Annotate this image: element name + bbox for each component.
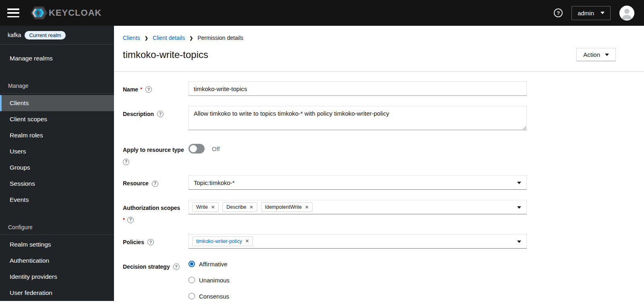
user-menu-dropdown[interactable]: admin [572, 6, 611, 20]
radio-button-icon [188, 277, 195, 283]
breadcrumb-client-details[interactable]: Client details [153, 35, 185, 41]
sidebar-item-clients[interactable]: Clients [0, 95, 114, 111]
sidebar-item-manage-realms[interactable]: Manage realms [0, 50, 114, 66]
close-icon[interactable] [211, 205, 215, 210]
current-realm-badge: Current realm [25, 31, 65, 39]
breadcrumb-clients[interactable]: Clients [123, 35, 140, 41]
chevron-down-icon [517, 206, 521, 209]
name-input[interactable] [188, 81, 527, 96]
breadcrumb: Clients Client details Permission detail… [123, 35, 616, 41]
chevron-down-icon [517, 241, 521, 243]
chevron-right-icon [189, 35, 193, 41]
sidebar-item-realm-roles[interactable]: Realm roles [0, 127, 114, 143]
question-circle-icon[interactable] [147, 239, 154, 245]
description-label: Description [123, 106, 188, 118]
sidebar-item-authentication[interactable]: Authentication [0, 253, 114, 269]
permission-form: Name Description Allow timkoko to write … [114, 72, 644, 300]
apply-to-resource-type-toggle[interactable] [188, 144, 205, 154]
help-icon[interactable] [554, 8, 563, 17]
radio-button-icon [188, 293, 195, 299]
sidebar-item-realm-settings[interactable]: Realm settings [0, 236, 114, 253]
question-circle-icon[interactable] [157, 111, 164, 117]
sidebar-section-configure: Configure Realm settings Authentication … [0, 221, 114, 301]
sidebar-item-groups[interactable]: Groups [0, 160, 114, 176]
toggle-knob [190, 145, 197, 152]
sidebar-nav: kafka Current realm Manage realms Manage… [0, 26, 114, 301]
decision-strategy-radios: Affirmative Unanimous Consensus [188, 259, 527, 300]
resource-selected-value: Topic:timkoko-* [192, 179, 235, 186]
name-label: Name [123, 81, 188, 93]
question-circle-icon[interactable] [123, 159, 129, 165]
question-circle-icon[interactable] [127, 217, 134, 223]
toggle-state-label: Off [212, 145, 220, 152]
policy-chip: timkoko-writer-policy [192, 236, 253, 246]
radio-unanimous[interactable]: Unanimous [188, 277, 527, 284]
apply-to-resource-type-label: Apply to resource type [123, 142, 188, 165]
policy-link[interactable]: timkoko-writer-policy [196, 239, 242, 244]
chevron-down-icon [601, 12, 605, 14]
scope-chip: IdempotentWrite [261, 202, 313, 212]
sidebar-item-events[interactable]: Events [0, 192, 114, 208]
breadcrumb-permission-details: Permission details [197, 35, 243, 41]
sidebar-item-users[interactable]: Users [0, 143, 114, 160]
policies-multiselect[interactable]: timkoko-writer-policy [188, 234, 527, 249]
question-circle-icon[interactable] [152, 180, 158, 187]
page-title: timkoko-write-topics [123, 49, 208, 60]
masthead: KEYCLOAK admin [0, 0, 644, 26]
description-textarea[interactable]: Allow timkoko to write to topics timkoko… [188, 106, 527, 130]
sidebar-section-manage: Manage Clients Client scopes Realm roles… [0, 79, 114, 208]
sidebar-item-identity-providers[interactable]: Identity providers [0, 269, 114, 285]
brand-wordmark: KEYCLOAK [49, 8, 101, 18]
question-circle-icon[interactable] [145, 86, 152, 93]
action-dropdown-button[interactable]: Action [576, 48, 616, 61]
policies-label: Policies [123, 234, 188, 246]
required-asterisk [140, 86, 142, 92]
avatar[interactable] [619, 6, 634, 21]
realm-selector[interactable]: kafka Current realm [0, 26, 114, 45]
section-title-configure: Configure [0, 221, 114, 234]
nav-toggle-hamburger-icon[interactable] [7, 8, 19, 17]
person-icon [619, 6, 634, 21]
keycloak-hexagon-icon [30, 5, 48, 21]
realm-name: kafka [8, 32, 21, 38]
scope-chip: Write [192, 202, 219, 212]
sidebar-item-user-federation[interactable]: User federation [0, 285, 114, 301]
main-content: Clients Client details Permission detail… [114, 26, 644, 307]
radio-affirmative[interactable]: Affirmative [188, 261, 527, 268]
close-icon[interactable] [249, 205, 253, 210]
close-icon[interactable] [245, 239, 249, 243]
chevron-down-icon [605, 54, 609, 56]
user-menu-label: admin [578, 10, 594, 17]
keycloak-admin-console: KEYCLOAK admin kafka Cur [0, 0, 644, 307]
chevron-down-icon [517, 182, 521, 184]
radio-consensus[interactable]: Consensus [188, 293, 527, 300]
question-circle-icon[interactable] [173, 263, 180, 270]
resource-select[interactable]: Topic:timkoko-* [188, 175, 527, 190]
authorization-scopes-multiselect[interactable]: Write Describe IdempotentWrite [188, 200, 527, 214]
scope-chip: Describe [222, 202, 257, 212]
section-title-manage: Manage [0, 79, 114, 93]
keycloak-logo[interactable]: KEYCLOAK [30, 5, 101, 21]
decision-strategy-label: Decision strategy [123, 259, 188, 271]
chevron-right-icon [145, 35, 148, 41]
sidebar-item-client-scopes[interactable]: Client scopes [0, 111, 114, 127]
close-icon[interactable] [305, 205, 309, 210]
sidebar-item-sessions[interactable]: Sessions [0, 176, 114, 192]
authorization-scopes-label: Authorization scopes [123, 200, 188, 224]
radio-button-icon [188, 261, 195, 267]
required-asterisk [123, 217, 125, 223]
resource-label: Resource [123, 175, 188, 187]
